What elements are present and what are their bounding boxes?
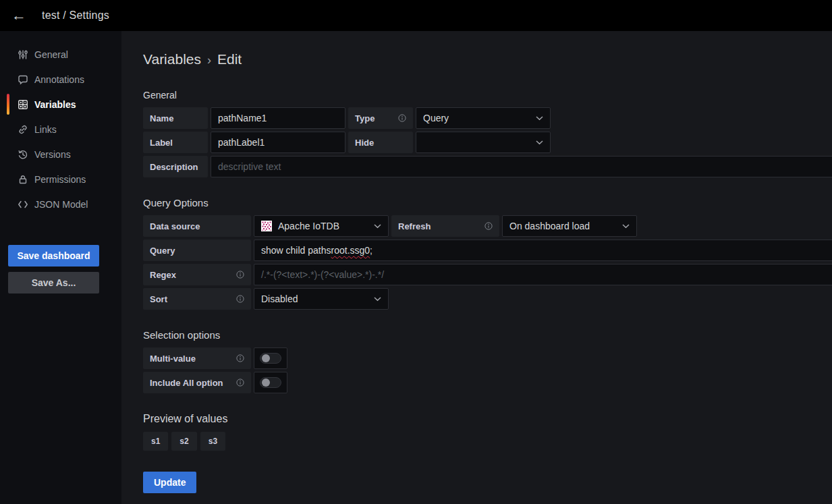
- sidebar-item-variables[interactable]: Variables: [0, 92, 121, 117]
- multi-value-toggle[interactable]: [254, 347, 287, 369]
- sidebar-item-json-model[interactable]: JSON Model: [0, 192, 121, 217]
- sidebar-item-general[interactable]: General: [0, 42, 121, 67]
- query-input[interactable]: show child paths root.ssg0;: [254, 240, 832, 261]
- preview-values: s1 s2 s3: [143, 432, 832, 451]
- regex-row: Regex /.*-(?<text>.*)-(?<value>.*)-.*/: [143, 264, 832, 285]
- sidebar-item-label: Versions: [34, 149, 71, 160]
- sidebar-item-label: JSON Model: [34, 199, 88, 210]
- query-label: Query: [143, 240, 251, 261]
- sidebar-item-label: General: [34, 49, 68, 60]
- sort-label: Sort: [143, 288, 251, 310]
- regex-label: Regex: [143, 264, 251, 285]
- chevron-down-icon: [536, 140, 543, 145]
- save-as-button[interactable]: Save As...: [8, 272, 99, 293]
- back-arrow-icon[interactable]: ←: [5, 2, 32, 29]
- info-icon[interactable]: [398, 114, 406, 122]
- history-icon: [18, 149, 28, 160]
- label-hide-row: Label pathLabel1 Hide: [143, 132, 832, 153]
- info-icon[interactable]: [236, 271, 244, 279]
- datasource-refresh-row: Data source: [143, 215, 832, 237]
- breadcrumb-section: Variables: [143, 51, 201, 67]
- multi-value-row: Multi-value: [143, 347, 832, 369]
- breadcrumb-separator-icon: ›: [201, 53, 217, 67]
- refresh-label: Refresh: [391, 215, 499, 237]
- chevron-down-icon: [622, 224, 630, 229]
- settings-sidebar: General Annotations: [0, 31, 121, 504]
- query-options-heading: Query Options: [143, 197, 832, 208]
- name-input[interactable]: pathName1: [211, 107, 345, 129]
- refresh-select[interactable]: On dashboard load: [502, 215, 637, 237]
- selection-options-heading: Selection options: [143, 329, 832, 341]
- preview-heading: Preview of values: [143, 413, 832, 425]
- info-icon[interactable]: [236, 354, 244, 362]
- code-icon: [18, 199, 28, 210]
- sidebar-actions: Save dashboard Save As...: [0, 245, 121, 293]
- calculator-icon: [18, 99, 28, 110]
- data-source-label: Data source: [143, 215, 251, 237]
- regex-input[interactable]: /.*-(?<text>.*)-(?<value>.*)-.*/: [254, 264, 832, 285]
- variables-edit-page: Variables›Edit General Name pathName1 Ty…: [121, 31, 832, 504]
- link-icon: [18, 124, 28, 135]
- sidebar-item-annotations[interactable]: Annotations: [0, 67, 121, 92]
- sidebar-item-versions[interactable]: Versions: [0, 142, 121, 167]
- chevron-down-icon: [374, 297, 381, 302]
- lock-icon: [18, 174, 28, 185]
- info-icon[interactable]: [236, 295, 244, 303]
- general-heading: General: [143, 90, 832, 101]
- include-all-row: Include All option: [143, 372, 832, 393]
- preview-value-chip[interactable]: s1: [143, 432, 168, 451]
- topbar: ← test / Settings: [0, 0, 832, 31]
- label-label: Label: [143, 132, 208, 153]
- sidebar-item-label: Annotations: [34, 74, 84, 85]
- description-input[interactable]: descriptive text: [211, 156, 832, 177]
- multi-value-label: Multi-value: [143, 347, 251, 369]
- update-button[interactable]: Update: [143, 472, 196, 493]
- settings-nav: General Annotations: [0, 42, 121, 217]
- include-all-toggle[interactable]: [254, 372, 287, 393]
- chevron-down-icon: [374, 224, 381, 229]
- info-icon[interactable]: [236, 379, 244, 387]
- description-row: Description descriptive text: [143, 156, 832, 177]
- apache-iotdb-logo: [261, 221, 272, 231]
- include-all-label: Include All option: [143, 372, 251, 393]
- query-row: Query show child paths root.ssg0;: [143, 240, 832, 261]
- label-input[interactable]: pathLabel1: [211, 132, 345, 153]
- type-select[interactable]: Query: [416, 107, 551, 129]
- hide-select[interactable]: [416, 132, 551, 153]
- name-type-row: Name pathName1 Type Query: [143, 107, 832, 129]
- preview-value-chip[interactable]: s2: [171, 432, 196, 451]
- regex-placeholder: /.*-(?<text>.*)-(?<value>.*)-.*/: [261, 269, 384, 280]
- hide-label: Hide: [348, 132, 413, 153]
- sliders-icon: [18, 49, 28, 60]
- sidebar-item-label: Variables: [34, 99, 76, 110]
- spellcheck-marked-text: root.ssg0: [331, 245, 370, 256]
- topbar-title: test / Settings: [42, 9, 109, 22]
- preview-section: Preview of values s1 s2 s3: [143, 413, 832, 451]
- comment-icon: [18, 74, 28, 85]
- query-options-section: Query Options Data source: [143, 197, 832, 310]
- sort-row: Sort Disabled: [143, 288, 832, 310]
- save-dashboard-button[interactable]: Save dashboard: [8, 245, 99, 267]
- preview-value-chip[interactable]: s3: [200, 432, 225, 451]
- selection-options-section: Selection options Multi-value Include Al…: [143, 329, 832, 393]
- description-label: Description: [143, 156, 208, 177]
- sidebar-item-label: Links: [34, 124, 57, 135]
- general-section: General Name pathName1 Type Query: [143, 90, 832, 177]
- breadcrumb-page: Edit: [217, 51, 242, 67]
- sidebar-item-permissions[interactable]: Permissions: [0, 167, 121, 192]
- chevron-down-icon: [536, 116, 543, 121]
- sort-select[interactable]: Disabled: [254, 288, 389, 310]
- info-icon[interactable]: [484, 222, 493, 230]
- sidebar-item-label: Permissions: [34, 174, 86, 185]
- type-label: Type: [348, 107, 413, 129]
- page-title: Variables›Edit: [143, 51, 832, 67]
- data-source-select[interactable]: Apache IoTDB: [254, 215, 389, 237]
- description-placeholder: descriptive text: [218, 161, 281, 172]
- sidebar-item-links[interactable]: Links: [0, 117, 121, 142]
- name-label: Name: [143, 107, 208, 129]
